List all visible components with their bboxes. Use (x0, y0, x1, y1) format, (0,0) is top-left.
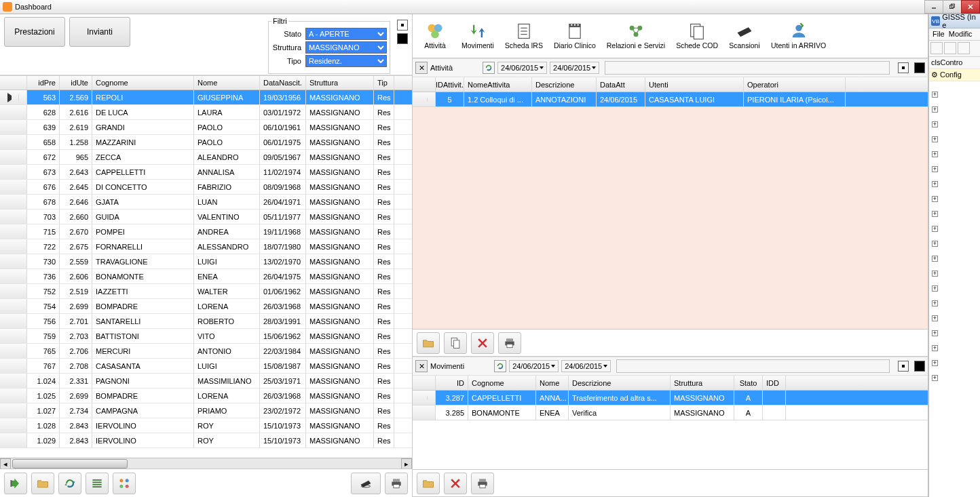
table-row[interactable]: 1.0282.843IERVOLINOROY15/10/1973MASSIGNA… (0, 418, 412, 433)
tree-node[interactable]: + (929, 311, 980, 325)
col-descrizione[interactable]: Descrizione (532, 77, 597, 92)
table-row[interactable]: 1.0252.699BOMPADRELORENA26/03/1968MASSIG… (0, 389, 412, 403)
table-row[interactable]: 7592.703BATTISTONIVITO15/06/1962MASSIGNA… (0, 329, 412, 344)
att-copy[interactable] (444, 332, 467, 354)
tree-node[interactable]: + (929, 325, 980, 340)
att-delete[interactable] (471, 332, 494, 354)
mov-delete[interactable] (444, 473, 467, 494)
table-row[interactable]: 7542.699BOMPADRELORENA26/03/1968MASSIGNA… (0, 299, 412, 314)
tree-node[interactable]: + (929, 236, 980, 251)
table-row[interactable]: 7152.670POMPEIANDREA19/11/1968MASSIGNANO… (0, 224, 412, 239)
stato-select[interactable]: A - APERTE (305, 28, 387, 40)
col-nome[interactable]: Nome (194, 76, 260, 90)
tree-node[interactable]: + (929, 281, 980, 296)
tree-node[interactable]: + (929, 370, 980, 385)
menu-file[interactable]: File (932, 30, 945, 39)
movimenti-date-to[interactable]: 24/06/2015 (561, 360, 611, 372)
col-idattivita[interactable]: IDAttivit. (436, 77, 464, 92)
attivita-ind-dot[interactable] (898, 62, 909, 73)
tb-relazioni[interactable]: Relazioni e Servizi (604, 20, 668, 51)
col-datanascita[interactable]: DataNascit. (260, 76, 306, 90)
tb-attivita[interactable]: Attività (417, 20, 453, 51)
prestazioni-button[interactable]: Prestazioni (4, 17, 65, 47)
scanner-button[interactable] (351, 473, 381, 494)
movimenti-close[interactable]: ✕ (415, 360, 428, 372)
ide-tb-1[interactable] (930, 42, 943, 54)
movimenti-search[interactable] (616, 359, 890, 373)
table-row[interactable]: 672965ZECCAALEANDRO09/05/1967MASSIGNANOR… (0, 150, 412, 165)
tree-node[interactable]: + (929, 206, 980, 221)
col-cognome[interactable]: Cognome (92, 76, 194, 90)
tb-movimenti[interactable]: Movimenti (459, 20, 497, 51)
col-idute[interactable]: idUte (60, 76, 92, 90)
table-row[interactable]: 7302.559TRAVAGLIONELUIGI13/02/1970MASSIG… (0, 254, 412, 269)
open-folder-button[interactable] (31, 473, 54, 494)
table-row[interactable]: 7032.660GUIDAVALENTINO05/11/1977MASSIGNA… (0, 210, 412, 224)
attivita-date-to[interactable]: 24/06/2015 (550, 62, 599, 74)
print-button[interactable] (385, 473, 408, 494)
attivita-search[interactable] (605, 61, 890, 75)
mcol-idd[interactable]: IDD (763, 376, 786, 390)
tipo-select[interactable]: Residenz. (305, 55, 387, 67)
table-row[interactable]: 6282.616DE LUCALAURA03/01/1972MASSIGNANO… (0, 105, 412, 120)
invianti-button[interactable]: Invianti (69, 17, 130, 47)
tree-node[interactable]: + (929, 191, 980, 206)
menu-modifica[interactable]: Modific (949, 30, 973, 39)
table-row[interactable]: 6581.258MAZZARINIPAOLO06/01/1975MASSIGNA… (0, 135, 412, 150)
table-row[interactable]: 6782.646GJATALUAN26/04/1971MASSIGNANORes (0, 195, 412, 210)
col-dataatt[interactable]: DataAtt (597, 77, 645, 92)
attivita-row[interactable]: 51.2 Colloqui di ...ANNOTAZIONI24/06/201… (413, 92, 928, 107)
table-row[interactable]: 5632.569REPOLIGIUSEPPINA19/03/1956MASSIG… (0, 90, 412, 105)
col-struttura[interactable]: Struttura (306, 76, 374, 90)
table-row[interactable]: 7362.606BONAMONTEENEA26/04/1975MASSIGNAN… (0, 269, 412, 284)
close-button[interactable] (961, 0, 980, 14)
table-row[interactable]: 7672.708CASASANTALUIGI15/08/1987MASSIGNA… (0, 359, 412, 374)
tree-node[interactable]: + (929, 146, 980, 161)
mcol-nome[interactable]: Nome (536, 376, 569, 390)
mov-open[interactable] (417, 473, 440, 494)
movimenti-row[interactable]: 3.287CAPPELLETTIANNA...Trasferimento ad … (413, 391, 928, 405)
exit-button[interactable] (4, 473, 27, 494)
table-row[interactable]: 7562.701SANTARELLIROBERTO28/03/1991MASSI… (0, 314, 412, 329)
table-row[interactable]: 1.0272.734CAMPAGNAPRIAMO23/02/1972MASSIG… (0, 403, 412, 418)
attivita-refresh[interactable] (483, 62, 495, 74)
att-print[interactable] (498, 332, 521, 354)
indicator-black[interactable] (397, 33, 408, 44)
attivita-date-from[interactable]: 24/06/2015 (497, 62, 547, 74)
scroll-right-arrow[interactable]: ▸ (401, 458, 412, 469)
list-button[interactable] (86, 473, 109, 494)
restore-button[interactable] (943, 0, 962, 14)
table-row[interactable]: 7222.675FORNARELLIALESSANDRO18/07/1980MA… (0, 239, 412, 254)
mcol-stato[interactable]: Stato (734, 376, 763, 390)
mcol-desc[interactable]: Descrizione (569, 376, 671, 390)
minimize-button[interactable] (924, 0, 943, 14)
attivita-ind-black[interactable] (914, 62, 925, 73)
tree-node[interactable]: + (929, 132, 980, 146)
tree-node[interactable]: + (929, 102, 980, 117)
table-row[interactable]: 1.0242.331PAGNONIMASSIMILIANO25/03/1971M… (0, 374, 412, 389)
attivita-close[interactable]: ✕ (415, 62, 428, 74)
movimenti-row[interactable]: 3.285BONAMONTEENEAVerificaMASSIGNANOA (413, 405, 928, 420)
tb-diario[interactable]: Diario Clinico (551, 20, 599, 51)
mov-print[interactable] (471, 473, 494, 494)
horizontal-scrollbar[interactable]: ◂ ▸ (0, 458, 412, 469)
tb-schedecod[interactable]: Schede COD (673, 20, 721, 51)
col-nomeattivita[interactable]: NomeAttivita (464, 77, 532, 92)
tb-utenti-arrivo[interactable]: Utenti in ARRIVO (768, 20, 829, 51)
mcol-cognome[interactable]: Cognome (468, 376, 536, 390)
ide-row-config[interactable]: ⚙ Config (929, 69, 980, 81)
table-row[interactable]: 6762.645DI CONCETTOFABRIZIO08/09/1968MAS… (0, 180, 412, 195)
tree-node[interactable]: + (929, 340, 980, 355)
ide-tb-2[interactable] (944, 42, 956, 54)
table-row[interactable]: 1.0292.843IERVOLINOROY15/10/1973MASSIGNA… (0, 433, 412, 448)
table-row[interactable]: 6732.643CAPPELLETTIANNALISA11/02/1974MAS… (0, 165, 412, 180)
col-operatori[interactable]: Operatori (744, 77, 846, 92)
mcol-id[interactable]: ID (436, 376, 468, 390)
tree-node[interactable]: + (929, 117, 980, 132)
tree-node[interactable]: + (929, 266, 980, 281)
tb-schedairs[interactable]: Scheda IRS (502, 20, 546, 51)
ide-tb-3[interactable] (958, 42, 970, 54)
scroll-thumb[interactable] (12, 459, 128, 469)
col-idpre[interactable]: idPre (27, 76, 60, 90)
struttura-select[interactable]: MASSIGNANO (305, 41, 387, 54)
